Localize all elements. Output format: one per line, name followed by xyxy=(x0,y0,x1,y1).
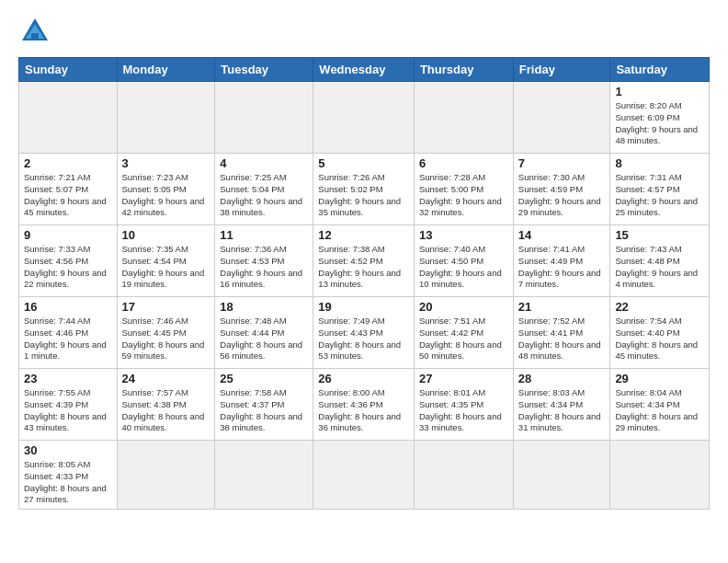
day-info: Sunrise: 7:25 AM Sunset: 5:04 PM Dayligh… xyxy=(220,172,308,219)
day-header-saturday: Saturday xyxy=(610,58,710,82)
day-header-monday: Monday xyxy=(117,58,215,82)
calendar-cell: 25Sunrise: 7:58 AM Sunset: 4:37 PM Dayli… xyxy=(215,369,313,441)
calendar-cell: 8Sunrise: 7:31 AM Sunset: 4:57 PM Daylig… xyxy=(610,154,710,225)
day-number: 19 xyxy=(318,300,409,314)
calendar-cell: 15Sunrise: 7:43 AM Sunset: 4:48 PM Dayli… xyxy=(610,225,710,297)
day-info: Sunrise: 7:43 AM Sunset: 4:48 PM Dayligh… xyxy=(615,244,704,291)
calendar-cell: 6Sunrise: 7:28 AM Sunset: 5:00 PM Daylig… xyxy=(414,154,513,225)
calendar-cell xyxy=(313,441,415,510)
day-info: Sunrise: 7:41 AM Sunset: 4:49 PM Dayligh… xyxy=(518,244,606,291)
day-number: 10 xyxy=(122,228,210,242)
calendar-cell: 4Sunrise: 7:25 AM Sunset: 5:04 PM Daylig… xyxy=(215,154,313,225)
calendar-cell: 18Sunrise: 7:48 AM Sunset: 4:44 PM Dayli… xyxy=(215,297,313,369)
day-info: Sunrise: 7:51 AM Sunset: 4:42 PM Dayligh… xyxy=(419,316,508,362)
day-header-thursday: Thursday xyxy=(414,58,513,82)
calendar-week-4: 23Sunrise: 7:55 AM Sunset: 4:39 PM Dayli… xyxy=(19,369,710,441)
svg-rect-2 xyxy=(31,33,39,40)
day-number: 25 xyxy=(220,372,308,385)
day-number: 11 xyxy=(220,228,308,242)
day-number: 27 xyxy=(419,372,508,385)
day-number: 9 xyxy=(24,228,112,242)
day-header-friday: Friday xyxy=(513,58,610,82)
day-number: 15 xyxy=(615,228,704,242)
day-info: Sunrise: 7:33 AM Sunset: 4:56 PM Dayligh… xyxy=(24,244,112,291)
day-header-sunday: Sunday xyxy=(19,58,118,82)
calendar-cell xyxy=(117,82,215,154)
calendar-cell xyxy=(513,82,610,154)
calendar-week-3: 16Sunrise: 7:44 AM Sunset: 4:46 PM Dayli… xyxy=(19,297,710,369)
day-info: Sunrise: 7:35 AM Sunset: 4:54 PM Dayligh… xyxy=(122,244,210,291)
day-number: 3 xyxy=(122,156,210,170)
day-info: Sunrise: 7:58 AM Sunset: 4:37 PM Dayligh… xyxy=(220,387,308,434)
calendar-cell: 2Sunrise: 7:21 AM Sunset: 5:07 PM Daylig… xyxy=(19,154,118,225)
calendar-cell: 28Sunrise: 8:03 AM Sunset: 4:34 PM Dayli… xyxy=(513,369,610,441)
day-info: Sunrise: 7:23 AM Sunset: 5:05 PM Dayligh… xyxy=(122,172,210,219)
day-header-tuesday: Tuesday xyxy=(215,58,313,82)
calendar-cell: 26Sunrise: 8:00 AM Sunset: 4:36 PM Dayli… xyxy=(313,369,415,441)
day-number: 6 xyxy=(419,156,508,170)
day-info: Sunrise: 7:57 AM Sunset: 4:38 PM Dayligh… xyxy=(122,387,210,434)
day-number: 8 xyxy=(615,156,704,170)
calendar-cell xyxy=(414,82,513,154)
calendar-cell: 9Sunrise: 7:33 AM Sunset: 4:56 PM Daylig… xyxy=(19,225,118,297)
day-number: 16 xyxy=(24,300,112,314)
header xyxy=(18,15,710,48)
day-info: Sunrise: 7:36 AM Sunset: 4:53 PM Dayligh… xyxy=(220,244,308,291)
day-number: 28 xyxy=(518,372,606,385)
day-info: Sunrise: 7:28 AM Sunset: 5:00 PM Dayligh… xyxy=(419,172,508,219)
calendar-cell xyxy=(19,82,118,154)
calendar-cell: 12Sunrise: 7:38 AM Sunset: 4:52 PM Dayli… xyxy=(313,225,415,297)
day-number: 20 xyxy=(419,300,508,314)
day-info: Sunrise: 7:21 AM Sunset: 5:07 PM Dayligh… xyxy=(24,172,112,219)
day-number: 13 xyxy=(419,228,508,242)
calendar-cell: 17Sunrise: 7:46 AM Sunset: 4:45 PM Dayli… xyxy=(117,297,215,369)
calendar-cell: 1Sunrise: 8:20 AM Sunset: 6:09 PM Daylig… xyxy=(610,82,710,154)
calendar-cell: 7Sunrise: 7:30 AM Sunset: 4:59 PM Daylig… xyxy=(513,154,610,225)
day-info: Sunrise: 7:44 AM Sunset: 4:46 PM Dayligh… xyxy=(24,316,112,362)
calendar-cell xyxy=(414,441,513,510)
calendar-cell: 19Sunrise: 7:49 AM Sunset: 4:43 PM Dayli… xyxy=(313,297,415,369)
day-info: Sunrise: 7:38 AM Sunset: 4:52 PM Dayligh… xyxy=(318,244,409,291)
day-number: 4 xyxy=(220,156,308,170)
day-number: 12 xyxy=(318,228,409,242)
day-info: Sunrise: 7:31 AM Sunset: 4:57 PM Dayligh… xyxy=(615,172,704,219)
day-info: Sunrise: 8:01 AM Sunset: 4:35 PM Dayligh… xyxy=(419,387,508,434)
calendar-cell: 29Sunrise: 8:04 AM Sunset: 4:34 PM Dayli… xyxy=(610,369,710,441)
calendar-cell: 16Sunrise: 7:44 AM Sunset: 4:46 PM Dayli… xyxy=(19,297,118,369)
calendar-cell: 30Sunrise: 8:05 AM Sunset: 4:33 PM Dayli… xyxy=(19,441,118,510)
day-info: Sunrise: 8:05 AM Sunset: 4:33 PM Dayligh… xyxy=(24,459,112,506)
day-number: 24 xyxy=(122,372,210,385)
calendar-cell: 10Sunrise: 7:35 AM Sunset: 4:54 PM Dayli… xyxy=(117,225,215,297)
day-info: Sunrise: 8:04 AM Sunset: 4:34 PM Dayligh… xyxy=(615,387,704,434)
calendar-week-1: 2Sunrise: 7:21 AM Sunset: 5:07 PM Daylig… xyxy=(19,154,710,225)
calendar-cell: 11Sunrise: 7:36 AM Sunset: 4:53 PM Dayli… xyxy=(215,225,313,297)
day-number: 26 xyxy=(318,372,409,385)
calendar-cell xyxy=(513,441,610,510)
calendar-cell: 22Sunrise: 7:54 AM Sunset: 4:40 PM Dayli… xyxy=(610,297,710,369)
calendar-cell: 27Sunrise: 8:01 AM Sunset: 4:35 PM Dayli… xyxy=(414,369,513,441)
calendar-cell xyxy=(215,82,313,154)
day-info: Sunrise: 8:20 AM Sunset: 6:09 PM Dayligh… xyxy=(615,100,704,147)
day-info: Sunrise: 7:40 AM Sunset: 4:50 PM Dayligh… xyxy=(419,244,508,291)
day-number: 5 xyxy=(318,156,409,170)
day-number: 22 xyxy=(615,300,704,314)
day-info: Sunrise: 7:54 AM Sunset: 4:40 PM Dayligh… xyxy=(615,316,704,362)
calendar-cell: 3Sunrise: 7:23 AM Sunset: 5:05 PM Daylig… xyxy=(117,154,215,225)
calendar-cell: 20Sunrise: 7:51 AM Sunset: 4:42 PM Dayli… xyxy=(414,297,513,369)
calendar-cell: 21Sunrise: 7:52 AM Sunset: 4:41 PM Dayli… xyxy=(513,297,610,369)
logo-icon xyxy=(18,15,51,48)
day-info: Sunrise: 7:46 AM Sunset: 4:45 PM Dayligh… xyxy=(122,316,210,362)
calendar-cell: 24Sunrise: 7:57 AM Sunset: 4:38 PM Dayli… xyxy=(117,369,215,441)
calendar-week-5: 30Sunrise: 8:05 AM Sunset: 4:33 PM Dayli… xyxy=(19,441,710,510)
day-header-wednesday: Wednesday xyxy=(313,58,415,82)
day-number: 29 xyxy=(615,372,704,385)
day-number: 7 xyxy=(518,156,606,170)
day-number: 1 xyxy=(615,85,704,98)
calendar-cell xyxy=(610,441,710,510)
calendar-cell: 5Sunrise: 7:26 AM Sunset: 5:02 PM Daylig… xyxy=(313,154,415,225)
day-info: Sunrise: 7:26 AM Sunset: 5:02 PM Dayligh… xyxy=(318,172,409,219)
page: SundayMondayTuesdayWednesdayThursdayFrid… xyxy=(0,0,728,519)
day-info: Sunrise: 8:00 AM Sunset: 4:36 PM Dayligh… xyxy=(318,387,409,434)
day-number: 23 xyxy=(24,372,112,385)
logo xyxy=(18,15,55,48)
